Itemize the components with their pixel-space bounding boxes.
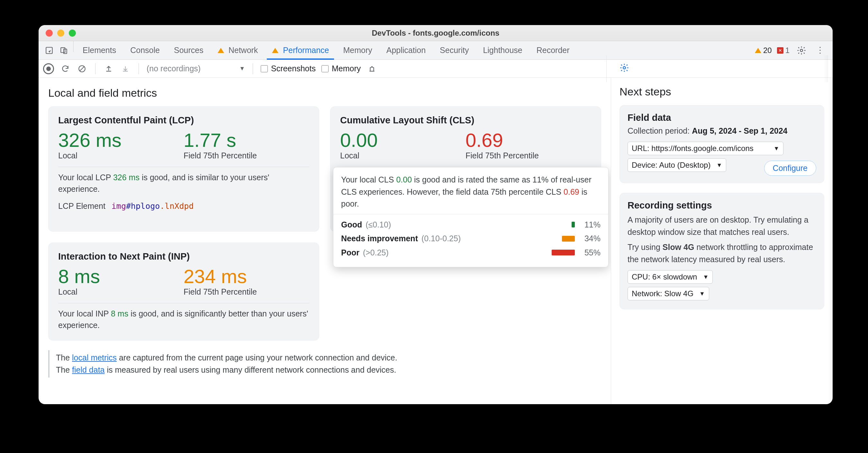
inspect-icon[interactable] bbox=[42, 41, 57, 59]
recordings-select[interactable]: (no recordings) ▼ bbox=[147, 64, 245, 73]
cls-local-value: 0.00 bbox=[340, 130, 453, 150]
clear-icon[interactable] bbox=[76, 63, 88, 74]
minimize-icon[interactable] bbox=[57, 30, 64, 37]
inp-title: Interaction to Next Paint (INP) bbox=[58, 251, 309, 262]
next-steps-title: Next steps bbox=[620, 86, 824, 98]
error-icon: ✕ bbox=[777, 47, 783, 54]
recording-settings-title: Recording settings bbox=[627, 200, 816, 211]
perf-toolbar: (no recordings) ▼ Screenshots Memory bbox=[38, 60, 833, 78]
titlebar: DevTools - fonts.google.com/icons bbox=[38, 25, 833, 41]
tab-memory[interactable]: Memory bbox=[336, 41, 379, 59]
warnings-badge: 20 bbox=[755, 46, 772, 55]
recording-settings-card: Recording settings A majority of users a… bbox=[620, 193, 824, 310]
collection-period: Collection period: Aug 5, 2024 - Sep 1, … bbox=[627, 126, 816, 136]
chevron-down-icon: ▼ bbox=[774, 145, 779, 152]
main-content: Local and field metrics Largest Contentf… bbox=[38, 78, 833, 404]
inp-local-value: 8 ms bbox=[58, 266, 171, 287]
cpu-select[interactable]: CPU: 6× slowdown ▼ bbox=[627, 270, 713, 284]
tab-security[interactable]: Security bbox=[433, 41, 476, 59]
field-data-title: Field data bbox=[627, 112, 816, 123]
lcp-title: Largest Contentful Paint (LCP) bbox=[58, 115, 309, 126]
url-select[interactable]: URL: https://fonts.google.com/icons ▼ bbox=[627, 142, 783, 155]
tab-lighthouse[interactable]: Lighthouse bbox=[476, 41, 529, 59]
fullscreen-icon[interactable] bbox=[69, 30, 76, 37]
dist-row: Needs improvement (0.10-0.25)34% bbox=[341, 233, 600, 245]
inp-field-value: 234 ms bbox=[184, 266, 257, 287]
cls-tooltip: Your local CLS 0.00 is good and is rated… bbox=[333, 167, 609, 267]
cls-field-value: 0.69 bbox=[465, 130, 539, 150]
close-icon[interactable] bbox=[45, 30, 53, 37]
cls-card: Cumulative Layout Shift (CLS) 0.00 Local… bbox=[330, 106, 601, 232]
device-select[interactable]: Device: Auto (Desktop) ▼ bbox=[627, 158, 726, 172]
lcp-field-value: 1.77 s bbox=[184, 130, 257, 150]
field-data-card: Field data Collection period: Aug 5, 202… bbox=[620, 105, 824, 183]
next-steps-panel: Next steps Field data Collection period:… bbox=[611, 78, 833, 404]
device-toggle-icon[interactable] bbox=[57, 41, 71, 59]
chevron-down-icon: ▼ bbox=[716, 162, 722, 169]
network-select[interactable]: Network: Slow 4G ▼ bbox=[627, 287, 709, 300]
tab-recorder[interactable]: Recorder bbox=[529, 41, 577, 59]
svg-rect-1 bbox=[61, 47, 65, 52]
inp-description: Your local INP 8 ms is good, and is sign… bbox=[58, 308, 309, 331]
tab-performance[interactable]: Performance bbox=[265, 41, 336, 59]
memory-checkbox[interactable]: Memory bbox=[321, 64, 361, 73]
screenshots-checkbox[interactable]: Screenshots bbox=[261, 64, 316, 73]
dist-row: Good (≤0.10)11% bbox=[341, 219, 600, 231]
svg-point-5 bbox=[623, 66, 626, 69]
cls-distribution: Good (≤0.10)11%Needs improvement (0.10-0… bbox=[341, 219, 600, 259]
traffic-lights bbox=[38, 30, 76, 37]
chevron-down-icon: ▼ bbox=[699, 290, 705, 297]
metrics-panel: Local and field metrics Largest Contentf… bbox=[38, 78, 611, 404]
lcp-description: Your local LCP 326 ms is good, and is si… bbox=[58, 171, 309, 195]
local-metrics-link[interactable]: local metrics bbox=[72, 353, 117, 362]
dist-row: Poor (>0.25)55% bbox=[341, 247, 600, 259]
tab-network[interactable]: Network bbox=[211, 41, 265, 59]
tab-sources[interactable]: Sources bbox=[167, 41, 211, 59]
chevron-down-icon: ▼ bbox=[239, 65, 245, 72]
inp-card: Interaction to Next Paint (INP) 8 ms Loc… bbox=[48, 242, 319, 341]
chevron-down-icon: ▼ bbox=[703, 274, 709, 281]
metrics-title: Local and field metrics bbox=[48, 87, 601, 99]
tab-console[interactable]: Console bbox=[123, 41, 167, 59]
window-title: DevTools - fonts.google.com/icons bbox=[38, 29, 833, 38]
tab-application[interactable]: Application bbox=[379, 41, 433, 59]
reload-icon[interactable] bbox=[60, 63, 71, 74]
errors-badge: ✕1 bbox=[777, 46, 789, 55]
garbage-collect-icon[interactable] bbox=[367, 63, 377, 74]
lcp-local-value: 326 ms bbox=[58, 130, 171, 150]
download-icon[interactable] bbox=[120, 63, 131, 74]
svg-rect-0 bbox=[46, 47, 53, 54]
lcp-element[interactable]: LCP Element img#hplogo.lnXdpd bbox=[58, 200, 309, 212]
cls-title: Cumulative Layout Shift (CLS) bbox=[340, 115, 591, 126]
field-data-link[interactable]: field data bbox=[72, 365, 104, 374]
tab-elements[interactable]: Elements bbox=[75, 41, 123, 59]
lcp-card: Largest Contentful Paint (LCP) 326 ms Lo… bbox=[48, 106, 319, 232]
metrics-note: The local metrics are captured from the … bbox=[48, 350, 601, 378]
configure-button[interactable]: Configure bbox=[764, 161, 816, 176]
cls-tooltip-text: Your local CLS 0.00 is good and is rated… bbox=[341, 174, 600, 210]
upload-icon[interactable] bbox=[103, 63, 114, 74]
devtools-window: DevTools - fonts.google.com/icons Elemen… bbox=[38, 25, 833, 404]
panel-settings-icon[interactable] bbox=[615, 63, 633, 73]
warning-icon bbox=[755, 48, 761, 53]
record-icon[interactable] bbox=[43, 63, 54, 74]
svg-point-3 bbox=[800, 49, 803, 52]
